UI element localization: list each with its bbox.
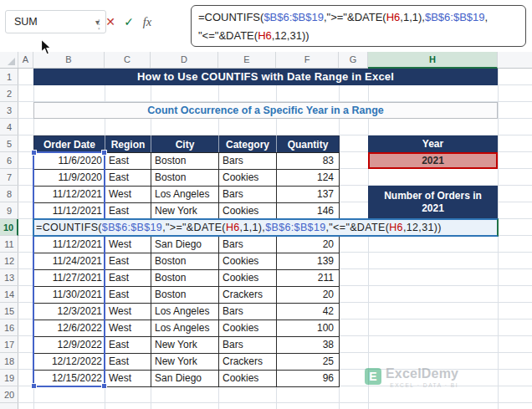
table-cell[interactable]: New York [151, 354, 219, 371]
table-cell[interactable]: Cookies [219, 203, 277, 220]
year-header-cell[interactable]: Year [368, 135, 498, 152]
insert-function-icon[interactable]: fx [139, 13, 156, 31]
table-cell[interactable]: 11/9/2020 [34, 170, 105, 187]
table-cell[interactable]: 146 [277, 203, 340, 220]
table-cell[interactable]: 11/12/2021 [34, 237, 105, 253]
row-header-3[interactable]: 3 [0, 102, 18, 119]
table-cell[interactable]: Boston [151, 170, 219, 187]
table-cell[interactable]: 12/3/2021 [34, 304, 105, 320]
table-cell[interactable]: Los Angeles [151, 187, 219, 203]
table-cell[interactable]: East [105, 337, 151, 354]
table-cell[interactable]: Bars [219, 237, 277, 253]
row-header-13[interactable]: 13 [0, 269, 18, 286]
table-cell[interactable]: 38 [277, 337, 340, 354]
year-value-cell[interactable]: 2021 [368, 152, 498, 169]
formula-input[interactable]: =COUNTIFS($B$6:$B$19,">="&DATE(H6,1,1),$… [191, 5, 526, 47]
row-header-11[interactable]: 11 [0, 236, 18, 253]
table-cell[interactable]: Los Angeles [151, 304, 219, 320]
row-header-9[interactable]: 9 [0, 202, 18, 219]
table-cell[interactable]: Los Angeles [151, 320, 219, 337]
header-region[interactable]: Region [105, 136, 151, 153]
table-cell[interactable]: San Diego [151, 371, 219, 387]
header-category[interactable]: Category [219, 136, 277, 153]
select-all-corner[interactable] [0, 52, 18, 68]
table-cell[interactable]: East [105, 203, 151, 220]
table-cell[interactable]: New York [151, 337, 219, 354]
table-cell[interactable]: 11/12/2021 [34, 203, 105, 220]
row-header-5[interactable]: 5 [0, 135, 18, 152]
table-cell[interactable]: 12/9/2022 [34, 337, 105, 354]
table-cell[interactable]: West [105, 304, 151, 320]
row-header-16[interactable]: 16 [0, 320, 18, 336]
row-header-14[interactable]: 14 [0, 286, 18, 303]
row-header-2[interactable]: 2 [0, 85, 18, 102]
table-cell[interactable]: East [105, 153, 151, 170]
orders-count-header-cell[interactable]: Number of Orders in 2021 [368, 186, 498, 219]
table-cell[interactable]: 83 [277, 153, 340, 170]
row-header-18[interactable]: 18 [0, 353, 18, 370]
table-cell[interactable]: Crackers [219, 287, 277, 304]
table-cell[interactable]: West [105, 237, 151, 253]
table-cell[interactable]: Boston [151, 153, 219, 170]
table-cell[interactable]: 11/12/2021 [34, 187, 105, 203]
column-header-G[interactable]: G [339, 52, 368, 68]
table-cell[interactable]: Boston [151, 270, 219, 287]
column-header-H[interactable]: H [368, 52, 498, 69]
in-cell-formula[interactable]: =COUNTIFS($B$6:$B$19,">="&DATE(H6,1,1),$… [33, 218, 499, 237]
cancel-icon[interactable]: ✕ [102, 13, 119, 31]
header-order-date[interactable]: Order Date [34, 136, 105, 153]
table-cell[interactable]: West [105, 187, 151, 203]
table-cell[interactable]: Cookies [219, 270, 277, 287]
table-cell[interactable]: 12/12/2022 [34, 354, 105, 371]
table-cell[interactable]: Bars [219, 187, 277, 203]
column-header-C[interactable]: C [105, 52, 151, 68]
table-cell[interactable]: 11/30/2021 [34, 287, 105, 304]
name-box[interactable]: SUM ▾ [5, 10, 106, 33]
table-cell[interactable]: Boston [151, 287, 219, 304]
table-cell[interactable]: New York [151, 203, 219, 220]
table-cell[interactable]: Crackers [219, 354, 277, 371]
table-cell[interactable]: East [105, 170, 151, 187]
row-header-19[interactable]: 19 [0, 370, 18, 386]
table-cell[interactable]: 100 [277, 320, 340, 337]
table-cell[interactable]: West [105, 320, 151, 337]
table-cell[interactable]: 96 [277, 371, 340, 387]
table-cell[interactable]: Bars [219, 153, 277, 170]
table-cell[interactable]: East [105, 287, 151, 304]
enter-icon[interactable]: ✓ [120, 13, 137, 31]
table-cell[interactable]: 211 [277, 270, 340, 287]
column-header-A[interactable]: A [18, 52, 33, 68]
table-cell[interactable]: 11/24/2021 [34, 253, 105, 270]
table-cell[interactable]: West [105, 371, 151, 387]
row-header-20[interactable]: 20 [0, 386, 18, 403]
row-header-4[interactable]: 4 [0, 119, 18, 135]
table-cell[interactable]: 11/27/2021 [34, 270, 105, 287]
column-header-F[interactable]: F [276, 52, 339, 68]
table-cell[interactable]: East [105, 270, 151, 287]
row-header-15[interactable]: 15 [0, 303, 18, 320]
table-cell[interactable]: 42 [277, 304, 340, 320]
header-city[interactable]: City [151, 136, 219, 153]
row-header-7[interactable]: 7 [0, 169, 18, 186]
column-header-B[interactable]: B [33, 52, 105, 68]
row-header-8[interactable]: 8 [0, 186, 18, 202]
table-cell[interactable]: 124 [277, 170, 340, 187]
table-cell[interactable]: Boston [151, 253, 219, 270]
table-cell[interactable]: Cookies [219, 371, 277, 387]
table-cell[interactable]: Cookies [219, 253, 277, 270]
header-quantity[interactable]: Quantity [277, 136, 340, 153]
table-cell[interactable]: Bars [219, 337, 277, 354]
table-cell[interactable]: 139 [277, 253, 340, 270]
table-cell[interactable]: Cookies [219, 320, 277, 337]
table-cell[interactable]: East [105, 253, 151, 270]
table-cell[interactable]: 12/15/2022 [34, 371, 105, 387]
table-cell[interactable]: Bars [219, 304, 277, 320]
table-cell[interactable]: 11/6/2020 [34, 153, 105, 170]
table-cell[interactable]: 12/6/2022 [34, 320, 105, 337]
column-header-D[interactable]: D [151, 52, 218, 68]
table-cell[interactable]: 20 [277, 237, 340, 253]
row-header-1[interactable]: 1 [0, 69, 18, 85]
table-cell[interactable]: 20 [277, 287, 340, 304]
table-cell[interactable]: 137 [277, 187, 340, 203]
table-cell[interactable]: East [105, 354, 151, 371]
